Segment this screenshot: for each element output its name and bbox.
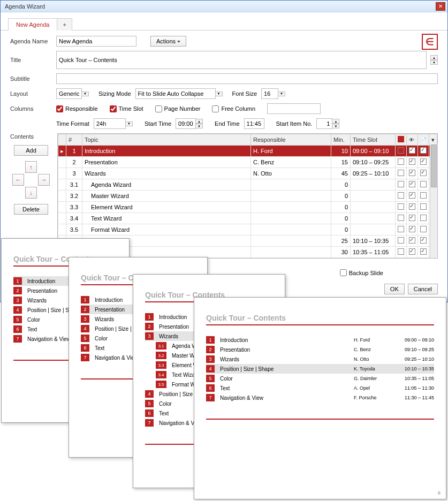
- table-row[interactable]: 3WizardsN. Otto4509:25 – 10:10: [58, 168, 437, 179]
- move-right-button[interactable]: →: [38, 174, 50, 186]
- backup-slide-checkbox[interactable]: [340, 269, 347, 276]
- delete-button[interactable]: Delete: [14, 204, 48, 215]
- layout-select[interactable]: [56, 88, 82, 99]
- subtitle-label: Subtitle: [10, 75, 52, 82]
- col-header-topic[interactable]: Topic: [82, 134, 251, 146]
- agenda-item: 5ColorG. Daimler10:35 – 11:05: [206, 374, 434, 383]
- preview-title: Quick Tour – Contents: [206, 314, 434, 325]
- chevron-down-icon[interactable]: ▼: [278, 92, 285, 96]
- sizing-mode-select[interactable]: [135, 88, 216, 99]
- titlebar: Agenda Wizard ✕: [1, 1, 447, 12]
- end-time-input[interactable]: [244, 118, 264, 129]
- add-button[interactable]: Add: [14, 145, 48, 156]
- preview-slide-4: Quick Tour – Contents 1IntroductionH. Fo…: [194, 297, 446, 499]
- actions-button[interactable]: Actions: [150, 36, 186, 47]
- title-down-icon[interactable]: ▼: [430, 60, 438, 65]
- agenda-item: 7Navigation & ViewF. Porsche11:30 – 11:4…: [206, 393, 434, 403]
- table-row[interactable]: 3.4Text Wizard0: [58, 213, 437, 224]
- agenda-item: 6TextA. Opel11:05 – 11:30: [206, 383, 434, 393]
- col-header-num[interactable]: #: [66, 134, 82, 146]
- time-format-label: Time Format: [56, 120, 89, 127]
- table-row[interactable]: 3.3Element Wizard0: [58, 202, 437, 213]
- col-header-pause-icon: [396, 134, 407, 146]
- col-header-min[interactable]: Min.: [331, 134, 351, 146]
- page-number: 6: [438, 490, 441, 496]
- col-header-eye-icon: [407, 134, 418, 146]
- font-size-label: Font Size: [232, 90, 257, 97]
- columns-label: Columns: [10, 105, 52, 112]
- col-header-timeslot[interactable]: Time Slot: [351, 134, 396, 146]
- grid-scrollbar[interactable]: [430, 145, 437, 258]
- start-time-label: Start Time: [145, 120, 171, 127]
- end-time-label: End Time: [215, 120, 239, 127]
- spin-down-icon[interactable]: ▼: [332, 124, 339, 128]
- chevron-down-icon[interactable]: ▾: [429, 134, 437, 146]
- agenda-name-input[interactable]: [56, 36, 136, 47]
- time-slot-checkbox[interactable]: [110, 105, 117, 112]
- move-arrows: ↑ ← → ↓: [12, 161, 50, 199]
- agenda-item: 1IntroductionH. Ford09:00 – 09:10: [206, 335, 434, 345]
- move-up-button[interactable]: ↑: [25, 161, 37, 173]
- title-up-icon[interactable]: ▲: [430, 55, 438, 60]
- form-area: Agenda Name Actions Title ▲ ▼ Subtitle L…: [1, 31, 447, 266]
- app-logo-icon: ∈: [422, 34, 438, 50]
- table-row[interactable]: ▸1IntroductionH. Ford1009:00 – 09:10: [58, 146, 437, 157]
- start-item-no-input[interactable]: [316, 118, 332, 129]
- sizing-mode-label: Sizing Mode: [98, 90, 131, 97]
- contents-label: Contents: [10, 133, 34, 140]
- col-header-responsible[interactable]: Responsible: [251, 134, 331, 146]
- chevron-down-icon[interactable]: ▼: [215, 92, 223, 96]
- move-down-button[interactable]: ↓: [25, 187, 37, 199]
- cancel-button[interactable]: Cancel: [408, 284, 438, 294]
- spin-up-icon[interactable]: ▲: [332, 119, 339, 124]
- page-number-checkbox[interactable]: [155, 105, 162, 112]
- free-column-checkbox[interactable]: [212, 105, 219, 112]
- agenda-item: 2PresentationC. Benz09:10 – 09:25: [206, 345, 434, 354]
- table-row[interactable]: 3.5Format Wizard0: [58, 224, 437, 236]
- table-row[interactable]: 3.1Agenda Wizard0: [58, 179, 437, 191]
- agenda-item: 4Position | Size | ShapeK. Toyoda10:10 –…: [206, 364, 434, 374]
- spin-up-icon[interactable]: ▲: [195, 119, 203, 124]
- close-icon[interactable]: ✕: [436, 2, 445, 11]
- table-row[interactable]: 3.2Master Wizard0: [58, 191, 437, 202]
- start-item-no-label: Start Item No.: [276, 120, 313, 127]
- chevron-down-icon[interactable]: ▼: [125, 122, 133, 126]
- font-size-select[interactable]: [261, 88, 278, 99]
- layout-label: Layout: [10, 90, 52, 97]
- responsible-checkbox[interactable]: [56, 105, 63, 112]
- move-left-button[interactable]: ←: [12, 174, 24, 186]
- col-header-sheet-icon: [418, 134, 429, 146]
- start-time-input[interactable]: [176, 118, 196, 129]
- spin-down-icon[interactable]: ▼: [195, 124, 203, 128]
- ok-button[interactable]: OK: [384, 284, 405, 294]
- time-format-select[interactable]: [94, 118, 126, 129]
- agenda-item: 3WizardsN. Otto09:25 – 10:10: [206, 354, 434, 364]
- subtitle-input[interactable]: [56, 73, 438, 84]
- table-row[interactable]: 2PresentationC. Benz1509:10 – 09:25: [58, 157, 437, 168]
- title-input[interactable]: [56, 51, 427, 69]
- agenda-name-label: Agenda Name: [10, 38, 52, 44]
- free-column-input[interactable]: [267, 103, 321, 114]
- tabstrip: New Agenda +: [1, 12, 447, 31]
- tab-new-agenda[interactable]: New Agenda: [8, 18, 57, 31]
- chevron-down-icon[interactable]: ▼: [81, 92, 89, 96]
- window-title: Agenda Wizard: [3, 3, 436, 10]
- tab-add-button[interactable]: +: [57, 18, 72, 31]
- title-label: Title: [10, 57, 52, 63]
